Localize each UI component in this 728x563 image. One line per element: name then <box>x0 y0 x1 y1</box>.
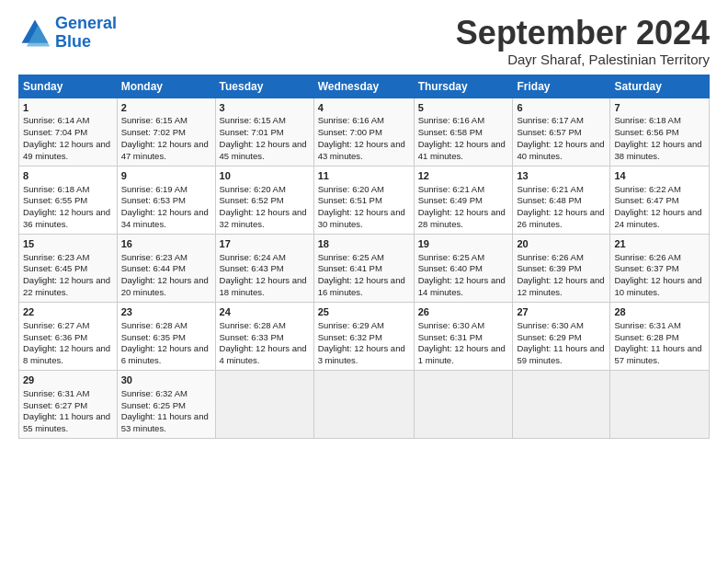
day-number: 24 <box>220 305 310 319</box>
daylight-text: Daylight: 12 hours and 45 minutes. <box>220 139 307 161</box>
sunset-text: Sunset: 6:33 PM <box>220 332 284 342</box>
sunset-text: Sunset: 6:41 PM <box>318 263 382 273</box>
table-row: 3Sunrise: 6:15 AMSunset: 7:01 PMDaylight… <box>215 98 313 166</box>
sunrise-text: Sunrise: 6:30 AM <box>418 320 484 330</box>
sunrise-text: Sunrise: 6:30 AM <box>517 320 583 330</box>
day-number: 1 <box>23 101 113 115</box>
table-row: 26Sunrise: 6:30 AMSunset: 6:31 PMDayligh… <box>414 302 513 370</box>
daylight-text: Daylight: 12 hours and 14 minutes. <box>418 275 506 297</box>
sunrise-text: Sunrise: 6:15 AM <box>220 115 286 125</box>
day-number: 9 <box>121 169 211 183</box>
daylight-text: Daylight: 12 hours and 20 minutes. <box>121 275 209 297</box>
sunset-text: Sunset: 6:55 PM <box>23 195 87 205</box>
day-number: 20 <box>517 237 606 251</box>
sunset-text: Sunset: 6:51 PM <box>318 195 382 205</box>
daylight-text: Daylight: 12 hours and 36 minutes. <box>23 207 110 229</box>
logo-icon <box>18 17 51 50</box>
calendar-week-4: 22Sunrise: 6:27 AMSunset: 6:36 PMDayligh… <box>19 302 710 370</box>
sunset-text: Sunset: 6:39 PM <box>517 263 581 273</box>
day-number: 28 <box>614 305 705 319</box>
calendar-week-2: 8Sunrise: 6:18 AMSunset: 6:55 PMDaylight… <box>19 166 710 234</box>
table-row: 18Sunrise: 6:25 AMSunset: 6:41 PMDayligh… <box>313 234 414 302</box>
sunset-text: Sunset: 6:35 PM <box>121 332 186 342</box>
day-number: 3 <box>220 101 310 115</box>
daylight-text: Daylight: 12 hours and 38 minutes. <box>614 139 701 161</box>
day-number: 30 <box>121 373 211 387</box>
daylight-text: Daylight: 12 hours and 47 minutes. <box>121 139 209 161</box>
sunset-text: Sunset: 6:56 PM <box>614 127 678 137</box>
page: General Blue September 2024 Dayr Sharaf,… <box>0 0 728 563</box>
table-row <box>414 370 513 438</box>
daylight-text: Daylight: 12 hours and 12 minutes. <box>517 275 604 297</box>
sunrise-text: Sunrise: 6:31 AM <box>614 320 680 330</box>
day-number: 27 <box>517 305 606 319</box>
logo-text: General Blue <box>55 15 117 52</box>
sunset-text: Sunset: 6:44 PM <box>121 263 186 273</box>
sunrise-text: Sunrise: 6:28 AM <box>220 320 286 330</box>
sunset-text: Sunset: 7:00 PM <box>318 127 382 137</box>
header: General Blue September 2024 Dayr Sharaf,… <box>18 15 710 67</box>
main-title: September 2024 <box>456 15 710 52</box>
table-row <box>513 370 610 438</box>
daylight-text: Daylight: 12 hours and 16 minutes. <box>318 275 405 297</box>
header-thursday: Thursday <box>414 75 513 98</box>
table-row <box>313 370 414 438</box>
sunrise-text: Sunrise: 6:25 AM <box>318 252 384 262</box>
header-saturday: Saturday <box>610 75 710 98</box>
daylight-text: Daylight: 12 hours and 18 minutes. <box>220 275 307 297</box>
day-number: 14 <box>614 169 705 183</box>
daylight-text: Daylight: 12 hours and 40 minutes. <box>517 139 604 161</box>
table-row: 6Sunrise: 6:17 AMSunset: 6:57 PMDaylight… <box>513 98 610 166</box>
table-row: 13Sunrise: 6:21 AMSunset: 6:48 PMDayligh… <box>513 166 610 234</box>
sunrise-text: Sunrise: 6:18 AM <box>23 184 89 194</box>
table-row: 10Sunrise: 6:20 AMSunset: 6:52 PMDayligh… <box>215 166 313 234</box>
sunset-text: Sunset: 6:47 PM <box>614 195 678 205</box>
day-number: 26 <box>418 305 509 319</box>
daylight-text: Daylight: 12 hours and 3 minutes. <box>318 343 405 365</box>
daylight-text: Daylight: 12 hours and 30 minutes. <box>318 207 405 229</box>
sunrise-text: Sunrise: 6:25 AM <box>418 252 484 262</box>
day-number: 16 <box>121 237 211 251</box>
daylight-text: Daylight: 12 hours and 28 minutes. <box>418 207 506 229</box>
day-number: 11 <box>318 169 410 183</box>
sunrise-text: Sunrise: 6:26 AM <box>614 252 680 262</box>
day-number: 15 <box>23 237 113 251</box>
sunrise-text: Sunrise: 6:16 AM <box>318 115 384 125</box>
table-row: 28Sunrise: 6:31 AMSunset: 6:28 PMDayligh… <box>610 302 710 370</box>
sunrise-text: Sunrise: 6:16 AM <box>418 115 484 125</box>
sunrise-text: Sunrise: 6:20 AM <box>318 184 384 194</box>
sunset-text: Sunset: 6:27 PM <box>23 400 87 410</box>
table-row: 27Sunrise: 6:30 AMSunset: 6:29 PMDayligh… <box>513 302 610 370</box>
day-number: 2 <box>121 101 211 115</box>
table-row: 30Sunrise: 6:32 AMSunset: 6:25 PMDayligh… <box>117 370 215 438</box>
daylight-text: Daylight: 12 hours and 41 minutes. <box>418 139 506 161</box>
sunset-text: Sunset: 6:43 PM <box>220 263 284 273</box>
table-row: 15Sunrise: 6:23 AMSunset: 6:45 PMDayligh… <box>19 234 118 302</box>
day-number: 12 <box>418 169 509 183</box>
table-row: 17Sunrise: 6:24 AMSunset: 6:43 PMDayligh… <box>215 234 313 302</box>
table-row: 19Sunrise: 6:25 AMSunset: 6:40 PMDayligh… <box>414 234 513 302</box>
sunrise-text: Sunrise: 6:19 AM <box>121 184 188 194</box>
sunset-text: Sunset: 6:48 PM <box>517 195 581 205</box>
table-row: 23Sunrise: 6:28 AMSunset: 6:35 PMDayligh… <box>117 302 215 370</box>
daylight-text: Daylight: 12 hours and 49 minutes. <box>23 139 110 161</box>
sunrise-text: Sunrise: 6:18 AM <box>614 115 680 125</box>
header-tuesday: Tuesday <box>215 75 313 98</box>
sunrise-text: Sunrise: 6:14 AM <box>23 115 89 125</box>
table-row: 29Sunrise: 6:31 AMSunset: 6:27 PMDayligh… <box>19 370 118 438</box>
day-number: 7 <box>614 101 705 115</box>
sunrise-text: Sunrise: 6:22 AM <box>614 184 680 194</box>
day-number: 21 <box>614 237 705 251</box>
daylight-text: Daylight: 12 hours and 8 minutes. <box>23 343 110 365</box>
title-block: September 2024 Dayr Sharaf, Palestinian … <box>456 15 710 67</box>
table-row <box>610 370 710 438</box>
daylight-text: Daylight: 11 hours and 59 minutes. <box>517 343 604 365</box>
header-sunday: Sunday <box>19 75 118 98</box>
day-number: 8 <box>23 169 113 183</box>
sunset-text: Sunset: 6:31 PM <box>418 332 483 342</box>
sunset-text: Sunset: 6:53 PM <box>121 195 186 205</box>
sunrise-text: Sunrise: 6:21 AM <box>517 184 583 194</box>
daylight-text: Daylight: 12 hours and 24 minutes. <box>614 207 701 229</box>
sunset-text: Sunset: 6:45 PM <box>23 263 87 273</box>
table-row: 12Sunrise: 6:21 AMSunset: 6:49 PMDayligh… <box>414 166 513 234</box>
